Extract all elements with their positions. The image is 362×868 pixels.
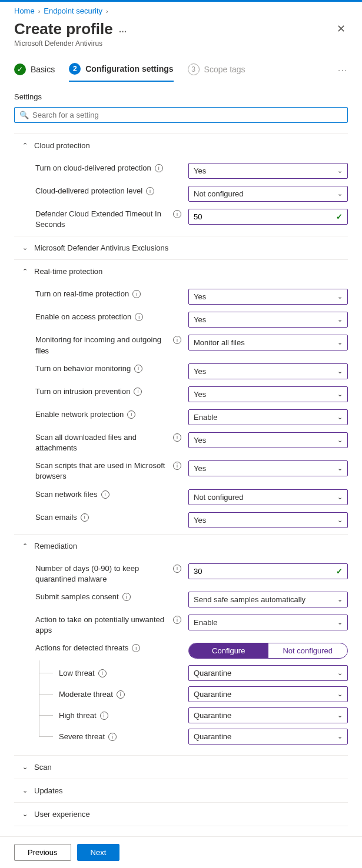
scan-scripts-select[interactable]: Yes⌄ [188,460,348,476]
check-icon: ✓ [336,567,343,576]
next-button[interactable]: Next [77,844,120,861]
threat-label: High threat [59,711,97,720]
scan-network-files-select[interactable]: Not configured⌄ [188,489,348,505]
samples-consent-select[interactable]: Send safe samples automatically⌄ [188,592,348,607]
info-icon[interactable]: i [100,712,108,720]
quarantine-days-field[interactable] [194,567,313,576]
select-value: Quarantine [194,732,231,741]
monitoring-files-select[interactable]: Monitor all files⌄ [188,335,348,350]
chevron-down-icon: ⌄ [337,516,343,524]
info-icon[interactable]: i [173,462,181,470]
moderate-threat-select[interactable]: Quarantine⌄ [188,686,348,702]
chevron-down-icon: ⌄ [337,712,343,719]
group-remediation[interactable]: ⌃ Remediation [14,535,348,557]
search-input[interactable] [32,111,343,119]
setting-label: Scan scripts that are used in Microsoft … [35,460,170,482]
toggle-configure[interactable]: Configure [189,643,268,658]
chevron-down-icon: ⌄ [337,190,343,198]
severe-threat-select[interactable]: Quarantine⌄ [188,729,348,745]
info-icon[interactable]: i [122,593,131,601]
setting-label: Number of days (0-90) to keep quarantine… [35,563,170,585]
chevron-down-icon: ⌄ [21,787,28,794]
select-value: Yes [194,166,206,175]
info-icon[interactable]: i [173,565,181,573]
info-icon[interactable]: i [155,164,163,172]
cloud-timeout-input[interactable]: ✓ [188,209,348,225]
check-icon: ✓ [14,64,26,75]
breadcrumb-endpoint-security[interactable]: Endpoint security [44,6,102,15]
close-button[interactable]: ✕ [334,20,348,38]
wizard-step-label: Scope tags [204,65,245,74]
pua-action-select[interactable]: Enable⌄ [188,615,348,630]
chevron-right-icon: › [38,8,41,15]
info-icon[interactable]: i [134,388,142,396]
page-subtitle: Microsoft Defender Antivirus [14,39,128,48]
wizard-more-icon[interactable]: ··· [338,65,348,80]
info-icon[interactable]: i [134,365,142,373]
info-icon[interactable]: i [135,313,143,321]
chevron-down-icon: ⌄ [21,244,28,252]
setting-label: Scan all downloaded files and attachment… [35,432,170,453]
chevron-down-icon: ⌄ [337,293,343,301]
detected-threats-toggle[interactable]: Configure Not configured [188,643,348,659]
group-cloud-protection[interactable]: ⌃ Cloud protection [14,134,348,157]
group-user-experience[interactable]: ⌄ User experience [14,802,348,826]
check-icon: ✓ [336,212,343,221]
wizard-step-label: Basics [31,65,55,74]
chevron-down-icon: ⌄ [337,167,343,175]
toggle-not-configured[interactable]: Not configured [268,643,348,658]
wizard-step-configuration[interactable]: 2 Configuration settings [69,63,173,82]
network-protection-select[interactable]: Enable⌄ [188,409,348,425]
info-icon[interactable]: i [117,690,125,699]
behavior-monitoring-select[interactable]: Yes⌄ [188,363,348,379]
more-icon[interactable]: … [119,25,128,34]
select-value: Quarantine [194,711,231,720]
wizard-step-label: Configuration settings [85,64,173,74]
info-icon[interactable]: i [98,669,107,677]
cloud-delivered-protection-select[interactable]: Yes⌄ [188,163,348,179]
search-icon: 🔍 [19,111,29,119]
intrusion-prevention-select[interactable]: Yes⌄ [188,386,348,402]
scan-emails-select[interactable]: Yes⌄ [188,512,348,528]
setting-label: Actions for detected threats [35,643,128,653]
group-title: User experience [34,810,90,819]
chevron-down-icon: ⌄ [337,368,343,375]
chevron-up-icon: ⌃ [21,142,28,149]
group-realtime[interactable]: ⌃ Real-time protection [14,260,348,283]
info-icon[interactable]: i [173,433,181,442]
wizard-step-scope-tags[interactable]: 3 Scope tags [188,64,245,81]
scan-downloaded-select[interactable]: Yes⌄ [188,432,348,448]
cloud-timeout-field[interactable] [194,212,313,221]
search-input-container[interactable]: 🔍 [14,107,348,123]
select-value: Quarantine [194,690,231,699]
breadcrumb-home[interactable]: Home [14,6,35,15]
select-value: Send safe samples automatically [194,595,305,604]
info-icon[interactable]: i [127,410,135,419]
chevron-down-icon: ⌄ [337,596,343,603]
chevron-up-icon: ⌃ [21,542,28,550]
group-updates[interactable]: ⌄ Updates [14,779,348,802]
info-icon[interactable]: i [173,336,181,344]
group-exclusions[interactable]: ⌄ Microsoft Defender Antivirus Exclusion… [14,236,348,260]
chevron-down-icon: ⌄ [337,733,343,740]
quarantine-days-input[interactable]: ✓ [188,563,348,579]
info-icon[interactable]: i [101,490,109,499]
realtime-protection-select[interactable]: Yes⌄ [188,289,348,305]
chevron-down-icon: ⌄ [21,763,28,771]
cloud-protection-level-select[interactable]: Not configured⌄ [188,186,348,202]
info-icon[interactable]: i [146,187,154,195]
info-icon[interactable]: i [81,513,89,522]
info-icon[interactable]: i [173,210,181,218]
low-threat-select[interactable]: Quarantine⌄ [188,665,348,681]
on-access-protection-select[interactable]: Yes⌄ [188,312,348,328]
info-icon[interactable]: i [108,733,117,741]
previous-button[interactable]: Previous [14,844,71,861]
high-threat-select[interactable]: Quarantine⌄ [188,707,348,723]
select-value: Yes [194,516,206,525]
wizard-step-basics[interactable]: ✓ Basics [14,64,55,81]
info-icon[interactable]: i [173,616,181,624]
info-icon[interactable]: i [132,644,140,652]
group-scan[interactable]: ⌄ Scan [14,755,348,779]
setting-label: Turn on intrusion prevention [35,386,130,397]
info-icon[interactable]: i [132,290,141,298]
